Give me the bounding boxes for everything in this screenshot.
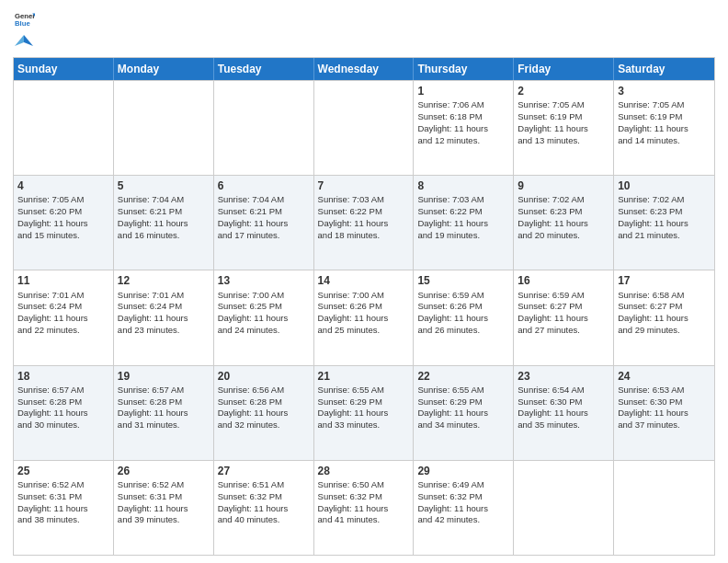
day-number: 11 — [17, 273, 109, 288]
day-info: Sunset: 6:31 PM — [17, 491, 109, 503]
day-info: Sunset: 6:22 PM — [417, 206, 509, 218]
day-info: and 34 minutes. — [417, 419, 509, 431]
day-info: Sunset: 6:32 PM — [417, 491, 509, 503]
day-info: and 39 minutes. — [118, 514, 210, 526]
day-info: and 16 minutes. — [118, 230, 210, 242]
day-number: 19 — [118, 369, 210, 384]
day-info: and 13 minutes. — [518, 135, 609, 147]
day-info: Daylight: 11 hours — [218, 408, 310, 419]
day-info: Sunset: 6:28 PM — [118, 396, 210, 408]
day-cell-19: 19Sunrise: 6:57 AMSunset: 6:28 PMDayligh… — [114, 366, 214, 460]
day-cell-9: 9Sunrise: 7:02 AMSunset: 6:23 PMDaylight… — [514, 176, 614, 270]
day-info: Daylight: 11 hours — [417, 313, 509, 325]
day-info: Sunset: 6:22 PM — [318, 206, 410, 218]
day-info: Sunset: 6:23 PM — [618, 206, 711, 218]
day-number: 21 — [318, 369, 410, 384]
calendar-body: 1Sunrise: 7:06 AMSunset: 6:18 PMDaylight… — [14, 80, 714, 555]
weekday-header-saturday: Saturday — [614, 58, 714, 80]
day-info: Daylight: 11 hours — [417, 123, 509, 135]
day-info: and 20 minutes. — [518, 230, 609, 242]
calendar-week-5: 25Sunrise: 6:52 AMSunset: 6:31 PMDayligh… — [14, 460, 714, 555]
day-info: Sunset: 6:28 PM — [17, 396, 109, 408]
day-info: and 21 minutes. — [618, 230, 711, 242]
day-info: and 17 minutes. — [218, 230, 310, 242]
empty-cell — [614, 461, 714, 555]
day-info: Sunrise: 6:59 AM — [417, 290, 509, 302]
day-info: Sunset: 6:23 PM — [518, 206, 609, 218]
day-info: and 26 minutes. — [417, 325, 509, 337]
day-cell-28: 28Sunrise: 6:50 AMSunset: 6:32 PMDayligh… — [314, 461, 415, 555]
day-info: Daylight: 11 hours — [518, 218, 609, 230]
empty-cell — [514, 461, 614, 555]
day-number: 2 — [518, 84, 609, 98]
empty-cell — [14, 81, 114, 175]
day-info: Sunset: 6:21 PM — [118, 206, 210, 218]
day-info: Sunrise: 6:51 AM — [218, 479, 310, 491]
day-info: Daylight: 11 hours — [318, 218, 410, 230]
day-info: Sunset: 6:19 PM — [518, 111, 609, 123]
day-info: Sunrise: 7:02 AM — [518, 194, 609, 206]
day-info: Daylight: 11 hours — [518, 123, 609, 135]
day-info: and 22 minutes. — [17, 325, 109, 337]
day-info: Sunset: 6:24 PM — [118, 301, 210, 313]
svg-marker-4 — [15, 35, 24, 46]
day-cell-8: 8Sunrise: 7:03 AMSunset: 6:22 PMDaylight… — [414, 176, 514, 270]
day-info: Sunset: 6:31 PM — [118, 491, 210, 503]
day-info: Sunrise: 7:01 AM — [118, 290, 210, 302]
day-info: Daylight: 11 hours — [218, 313, 310, 325]
day-number: 29 — [417, 464, 509, 478]
day-info: and 38 minutes. — [17, 514, 109, 526]
day-info: Sunset: 6:25 PM — [218, 301, 310, 313]
day-number: 12 — [118, 273, 210, 288]
day-info: Sunrise: 6:58 AM — [618, 290, 711, 302]
day-info: Sunset: 6:21 PM — [218, 206, 310, 218]
day-info: Daylight: 11 hours — [17, 313, 109, 325]
day-number: 9 — [518, 178, 609, 193]
day-number: 14 — [318, 273, 410, 288]
day-info: Sunset: 6:29 PM — [417, 396, 509, 408]
day-info: Sunrise: 7:05 AM — [618, 99, 711, 111]
day-info: and 14 minutes. — [618, 135, 711, 147]
day-info: Daylight: 11 hours — [318, 408, 410, 419]
day-info: and 27 minutes. — [518, 325, 609, 337]
day-info: Sunset: 6:26 PM — [417, 301, 509, 313]
weekday-header-friday: Friday — [514, 58, 614, 80]
day-info: Daylight: 11 hours — [417, 218, 509, 230]
day-info: Sunrise: 7:04 AM — [218, 194, 310, 206]
day-number: 25 — [17, 464, 109, 478]
day-cell-13: 13Sunrise: 7:00 AMSunset: 6:25 PMDayligh… — [214, 270, 314, 364]
day-number: 23 — [518, 369, 609, 384]
day-info: Sunset: 6:32 PM — [218, 491, 310, 503]
day-info: Sunset: 6:19 PM — [618, 111, 711, 123]
day-cell-11: 11Sunrise: 7:01 AMSunset: 6:24 PMDayligh… — [14, 270, 114, 364]
day-info: Daylight: 11 hours — [17, 408, 109, 419]
day-info: Sunset: 6:27 PM — [518, 301, 609, 313]
day-info: and 18 minutes. — [318, 230, 410, 242]
day-info: Sunrise: 7:06 AM — [417, 99, 509, 111]
day-info: Sunrise: 6:56 AM — [218, 385, 310, 396]
day-info: Sunset: 6:20 PM — [17, 206, 109, 218]
day-info: Daylight: 11 hours — [618, 408, 711, 419]
day-info: Sunrise: 7:03 AM — [318, 194, 410, 206]
day-info: Sunrise: 7:02 AM — [618, 194, 711, 206]
day-info: and 15 minutes. — [17, 230, 109, 242]
day-info: and 35 minutes. — [518, 419, 609, 431]
day-cell-7: 7Sunrise: 7:03 AMSunset: 6:22 PMDaylight… — [314, 176, 415, 270]
day-info: Sunset: 6:28 PM — [218, 396, 310, 408]
day-info: Sunrise: 7:00 AM — [218, 290, 310, 302]
day-cell-17: 17Sunrise: 6:58 AMSunset: 6:27 PMDayligh… — [614, 270, 714, 364]
day-info: Daylight: 11 hours — [17, 503, 109, 515]
day-info: Sunset: 6:29 PM — [318, 396, 410, 408]
day-info: Daylight: 11 hours — [618, 123, 711, 135]
day-number: 8 — [417, 178, 509, 193]
day-info: Daylight: 11 hours — [618, 313, 711, 325]
day-cell-1: 1Sunrise: 7:06 AMSunset: 6:18 PMDaylight… — [414, 81, 514, 175]
day-info: Sunset: 6:32 PM — [318, 491, 410, 503]
header: General Blue — [13, 9, 715, 52]
day-cell-16: 16Sunrise: 6:59 AMSunset: 6:27 PMDayligh… — [514, 270, 614, 364]
calendar-week-4: 18Sunrise: 6:57 AMSunset: 6:28 PMDayligh… — [14, 365, 714, 460]
day-info: and 24 minutes. — [218, 325, 310, 337]
day-info: Sunset: 6:24 PM — [17, 301, 109, 313]
day-cell-5: 5Sunrise: 7:04 AMSunset: 6:21 PMDaylight… — [114, 176, 214, 270]
day-info: Sunset: 6:30 PM — [618, 396, 711, 408]
